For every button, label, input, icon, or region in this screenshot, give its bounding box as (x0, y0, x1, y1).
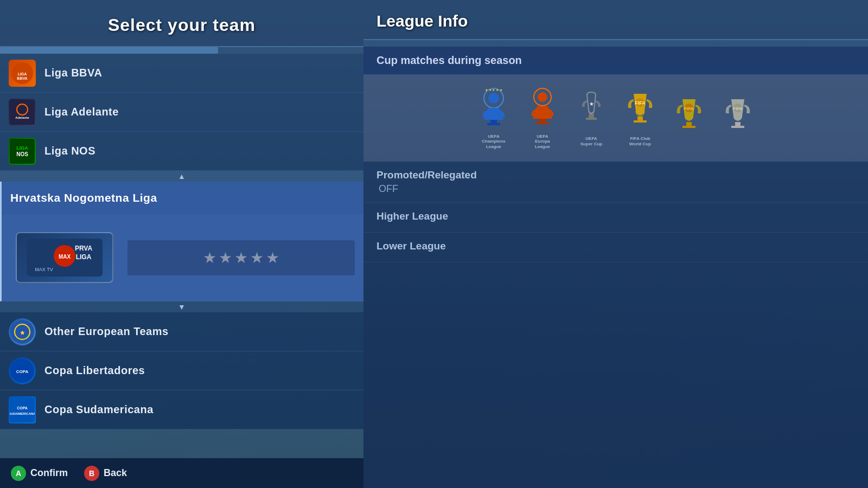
europa-league-label: UEFAEuropaLeague (535, 134, 550, 150)
promoted-relegated-value: OFF (376, 183, 855, 195)
trophy-club-world-cup-2: FIFA (673, 95, 705, 142)
star-5: ★ (266, 249, 279, 267)
svg-rect-33 (586, 118, 597, 120)
confirm-button[interactable]: A Confirm (11, 466, 68, 481)
cup-matches-title: Cup matches during season (363, 47, 868, 75)
svg-rect-26 (490, 120, 497, 123)
a-button-icon: A (11, 466, 26, 481)
svg-text:SUDAMERICANA: SUDAMERICANA (10, 412, 35, 415)
b-button-icon: B (84, 466, 99, 481)
trophy-champions-league: ★ ★ ★ ★ ★ UEFAChampionsLeague (477, 87, 510, 150)
svg-rect-31 (536, 122, 549, 124)
down-arrow-icon: ▼ (178, 303, 186, 311)
up-arrow-icon: ▲ (178, 172, 186, 181)
svg-rect-20 (10, 397, 35, 422)
svg-rect-36 (634, 120, 647, 123)
club-world-cup-2-icon: FIFA (673, 95, 705, 138)
svg-point-24 (488, 93, 499, 104)
left-panel: Select your team LIGA BBVA Liga BBVA (0, 0, 363, 488)
league-item-copa-libertadores[interactable]: COPA Copa Libertadores (0, 351, 363, 390)
svg-rect-35 (637, 117, 643, 120)
league-logo-liga-nos: LIGA NOS (9, 138, 36, 165)
league-logo-copa-sudamericana: COPA SUDAMERICANA (9, 396, 36, 423)
league-logo-liga-bbva: LIGA BBVA (9, 60, 36, 87)
lower-league-section: Lower League (363, 233, 868, 262)
higher-league-section: Higher League (363, 203, 868, 233)
bottom-controls: A Confirm B Back (0, 458, 363, 488)
star-rating: ★ ★ ★ ★ ★ (127, 240, 355, 275)
lower-league-label: Lower League (376, 240, 855, 252)
right-panel-header: League Info (363, 0, 868, 40)
league-logo-liga-adelante: Adelante (9, 99, 36, 126)
league-item-other-european[interactable]: ⭐ Other European Teams (0, 312, 363, 351)
trophy-super-cup: ★ UEFASuper Cup (575, 89, 608, 146)
back-button[interactable]: B Back (84, 466, 127, 481)
league-item-hrvatska[interactable]: Hrvatska Nogometna Liga MAX (0, 182, 363, 301)
club-world-cup-1-icon: FIFA (624, 89, 656, 133)
league-name-copa-sudamericana: Copa Sudamericana (44, 403, 154, 416)
scroll-indicator-top (0, 47, 218, 54)
right-panel: League Info Cup matches during season ★ … (363, 0, 868, 488)
trophy-europa-league: UEFAEuropaLeague (526, 87, 559, 150)
league-item-liga-nos[interactable]: LIGA NOS Liga NOS (0, 132, 363, 171)
hrvatska-logo: MAX PRVA LIGA MAX TV (16, 232, 113, 283)
svg-text:Adelante: Adelante (15, 116, 29, 119)
right-scroll-bar (363, 40, 868, 47)
trophies-area: ★ ★ ★ ★ ★ UEFAChampionsLeague (363, 75, 868, 162)
confirm-label: Confirm (30, 467, 68, 479)
svg-point-29 (538, 92, 547, 102)
club-world-cup-3-icon: FIFA (722, 95, 754, 138)
svg-text:FIFA: FIFA (733, 106, 743, 111)
league-item-liga-bbva[interactable]: LIGA BBVA Liga BBVA (0, 54, 363, 93)
super-cup-label: UEFASuper Cup (580, 136, 602, 146)
svg-text:★ ★ ★ ★ ★: ★ ★ ★ ★ ★ (485, 88, 502, 92)
svg-text:LIGA: LIGA (18, 72, 27, 76)
svg-text:MAX: MAX (59, 254, 71, 260)
svg-rect-40 (682, 126, 695, 128)
star-3: ★ (234, 249, 248, 267)
svg-rect-3 (10, 100, 35, 125)
svg-text:FIFA: FIFA (635, 100, 646, 106)
star-2: ★ (219, 249, 232, 267)
right-content: Cup matches during season ★ ★ ★ ★ ★ (363, 47, 868, 488)
club-world-cup-1-label: FIFA ClubWorld Cup (629, 136, 651, 146)
champions-league-label: UEFAChampionsLeague (482, 134, 506, 150)
trophy-club-world-cup-3: FIFA (722, 95, 754, 142)
league-item-copa-sudamericana[interactable]: COPA SUDAMERICANA Copa Sudamericana (0, 390, 363, 429)
scroll-bar-top (0, 47, 363, 54)
right-panel-title: League Info (376, 12, 855, 30)
league-name-copa-libertadores: Copa Libertadores (44, 364, 145, 377)
europa-league-icon (526, 87, 559, 131)
back-label: Back (104, 467, 127, 479)
svg-rect-30 (539, 119, 546, 122)
league-logo-copa-libertadores: COPA (9, 357, 36, 384)
league-name-liga-adelante: Liga Adelante (44, 106, 119, 118)
scroll-arrow-down[interactable]: ▼ (0, 301, 363, 312)
svg-rect-32 (589, 114, 594, 118)
svg-text:COPA: COPA (16, 369, 29, 374)
league-name-hrvatska: Hrvatska Nogometna Liga (10, 191, 157, 204)
higher-league-label: Higher League (376, 210, 855, 222)
svg-text:MAX TV: MAX TV (35, 267, 53, 272)
trophy-club-world-cup-1: FIFA FIFA ClubWorld Cup (624, 89, 656, 146)
star-1: ★ (203, 249, 216, 267)
league-item-liga-adelante[interactable]: Adelante Liga Adelante (0, 93, 363, 132)
svg-rect-44 (731, 126, 744, 128)
panel-header: Select your team (0, 0, 363, 47)
star-4: ★ (250, 249, 264, 267)
hrvatska-logo-area: MAX PRVA LIGA MAX TV (10, 230, 119, 285)
svg-text:★: ★ (589, 101, 594, 107)
svg-text:NOS: NOS (16, 151, 28, 157)
hrvatska-header: Hrvatska Nogometna Liga (2, 182, 363, 214)
scroll-arrow-up[interactable]: ▲ (0, 171, 363, 182)
svg-text:COPA: COPA (17, 406, 28, 410)
league-logo-other-euro: ⭐ (9, 318, 36, 345)
svg-text:LIGA: LIGA (16, 145, 28, 151)
svg-text:PRVA: PRVA (75, 245, 93, 252)
league-name-liga-nos: Liga NOS (44, 145, 95, 157)
champions-league-icon: ★ ★ ★ ★ ★ (477, 87, 510, 131)
svg-text:FIFA: FIFA (685, 106, 694, 111)
panel-title: Select your team (11, 15, 353, 35)
svg-rect-39 (686, 122, 692, 126)
league-name-other-european: Other European Teams (44, 325, 169, 338)
